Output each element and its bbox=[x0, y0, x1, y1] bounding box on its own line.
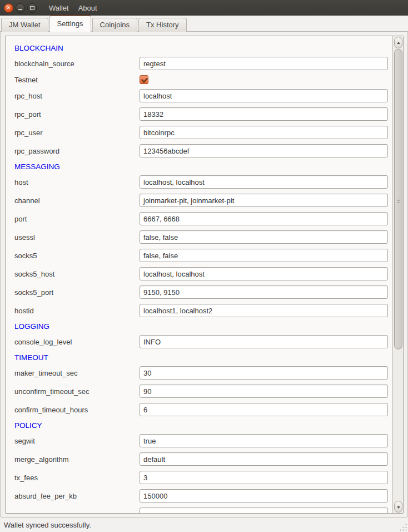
field-input-socks5_port[interactable] bbox=[140, 285, 388, 299]
field-row: channel bbox=[14, 194, 388, 207]
field-input-maker_timeout_sec[interactable] bbox=[140, 366, 388, 380]
close-window-icon[interactable] bbox=[4, 3, 13, 13]
field-row: socks5_port bbox=[14, 285, 388, 299]
field-label: host bbox=[14, 178, 140, 186]
field-row: unconfirm_timeout_sec bbox=[14, 385, 388, 398]
field-label: segwit bbox=[14, 437, 140, 445]
field-input-rpc_user[interactable] bbox=[140, 126, 388, 139]
field-input-rpc_host[interactable] bbox=[140, 89, 388, 102]
field-row: port bbox=[14, 212, 388, 225]
field-label: rpc_password bbox=[14, 147, 140, 155]
minimize-window-icon[interactable] bbox=[16, 3, 25, 13]
field-label: blockchain_source bbox=[14, 60, 140, 68]
field-row: rpc_host bbox=[14, 89, 388, 102]
section-header-timeout: TIMEOUT bbox=[14, 353, 388, 362]
field-input-channel[interactable] bbox=[140, 194, 388, 207]
field-label: socks5 bbox=[14, 252, 140, 260]
field-row bbox=[14, 508, 388, 513]
menu-about[interactable]: About bbox=[78, 4, 97, 12]
field-label: Testnet bbox=[14, 76, 140, 84]
status-message: Wallet synced successfully. bbox=[4, 521, 91, 529]
field-input-tx_fees[interactable] bbox=[140, 471, 388, 484]
settings-scroll-area: BLOCKCHAINblockchain_sourceTestnetrpc_ho… bbox=[5, 36, 404, 514]
field-label: socks5_host bbox=[14, 270, 140, 278]
field-input-rpc_port[interactable] bbox=[140, 107, 388, 121]
field-input-confirm_timeout_hours[interactable] bbox=[140, 403, 388, 416]
field-label: hostid bbox=[14, 307, 140, 315]
scroll-up-arrow-icon[interactable] bbox=[394, 37, 402, 48]
tab-jm-wallet[interactable]: JM Wallet bbox=[1, 18, 48, 32]
tab-tx-history[interactable]: Tx History bbox=[138, 18, 187, 32]
field-input-port[interactable] bbox=[140, 212, 388, 225]
field-label: rpc_user bbox=[14, 129, 140, 137]
menu-wallet[interactable]: Wallet bbox=[49, 4, 69, 12]
section-header-logging: LOGGING bbox=[14, 322, 388, 331]
field-row: confirm_timeout_hours bbox=[14, 403, 388, 416]
field-input-absurd_fee_per_kb[interactable] bbox=[140, 489, 388, 503]
field-row: maker_timeout_sec bbox=[14, 366, 388, 380]
settings-pane: BLOCKCHAINblockchain_sourceTestnetrpc_ho… bbox=[0, 32, 408, 518]
field-label: rpc_port bbox=[14, 110, 140, 119]
field-row: usessl bbox=[14, 230, 388, 244]
field-row: rpc_port bbox=[14, 107, 388, 121]
field-label: absurd_fee_per_kb bbox=[14, 492, 140, 500]
section-header-policy: POLICY bbox=[14, 421, 388, 430]
field-label: confirm_timeout_hours bbox=[14, 406, 140, 414]
resize-grip-icon[interactable] bbox=[399, 523, 407, 531]
section-header-messaging: MESSAGING bbox=[14, 162, 388, 171]
field-row: segwit bbox=[14, 434, 388, 447]
field-row: socks5_host bbox=[14, 267, 388, 280]
tab-bar: JM WalletSettingsCoinjoinsTx History bbox=[0, 16, 408, 32]
tab-settings[interactable]: Settings bbox=[49, 16, 91, 32]
tab-coinjoins[interactable]: Coinjoins bbox=[92, 18, 137, 32]
field-label: usessl bbox=[14, 233, 140, 242]
testnet-checkbox[interactable] bbox=[140, 75, 148, 84]
field-row: tx_fees bbox=[14, 471, 388, 484]
status-bar: Wallet synced successfully. bbox=[0, 518, 408, 532]
menubar: Wallet About bbox=[49, 4, 97, 12]
field-input-unconfirm_timeout_sec[interactable] bbox=[140, 385, 388, 398]
field-row: blockchain_source bbox=[14, 57, 388, 70]
field-row: rpc_password bbox=[14, 144, 388, 157]
scrollbar-thumb[interactable] bbox=[394, 49, 402, 349]
field-input-merge_algorithm[interactable] bbox=[140, 452, 388, 466]
field-label: rpc_host bbox=[14, 92, 140, 100]
field-input-socks5[interactable] bbox=[140, 249, 388, 262]
vertical-scrollbar[interactable] bbox=[392, 36, 403, 513]
app-window: Wallet About JM WalletSettingsCoinjoinsT… bbox=[0, 0, 408, 532]
field-input-socks5_host[interactable] bbox=[140, 267, 388, 280]
checkmark-icon bbox=[141, 76, 148, 82]
field-row: socks5 bbox=[14, 249, 388, 262]
field-input-console_log_level[interactable] bbox=[140, 335, 388, 348]
maximize-window-icon[interactable] bbox=[27, 3, 37, 13]
field-input-partial[interactable] bbox=[140, 508, 388, 513]
titlebar: Wallet About bbox=[0, 0, 408, 16]
field-row: absurd_fee_per_kb bbox=[14, 489, 388, 503]
field-input-blockchain_source[interactable] bbox=[140, 57, 388, 70]
field-row: merge_algorithm bbox=[14, 452, 388, 466]
field-label: console_log_level bbox=[14, 338, 140, 346]
field-row: hostid bbox=[14, 304, 388, 317]
field-label: unconfirm_timeout_sec bbox=[14, 387, 140, 396]
field-row: Testnet bbox=[14, 75, 388, 84]
field-label: tx_fees bbox=[14, 474, 140, 482]
field-input-hostid[interactable] bbox=[140, 304, 388, 317]
section-header-blockchain: BLOCKCHAIN bbox=[14, 44, 388, 53]
field-label: maker_timeout_sec bbox=[14, 369, 140, 377]
field-input-segwit[interactable] bbox=[140, 434, 388, 447]
field-row: rpc_user bbox=[14, 126, 388, 139]
field-label: merge_algorithm bbox=[14, 455, 140, 464]
field-input-usessl[interactable] bbox=[140, 230, 388, 244]
scrollbar-grip-icon bbox=[397, 199, 400, 199]
settings-form: BLOCKCHAINblockchain_sourceTestnetrpc_ho… bbox=[6, 36, 392, 513]
field-label: socks5_port bbox=[14, 288, 140, 297]
field-row: console_log_level bbox=[14, 335, 388, 348]
field-input-host[interactable] bbox=[140, 175, 388, 189]
field-label: port bbox=[14, 215, 140, 223]
field-label: channel bbox=[14, 196, 140, 205]
field-input-rpc_password[interactable] bbox=[140, 144, 388, 157]
field-row: host bbox=[14, 175, 388, 189]
scroll-down-arrow-icon[interactable] bbox=[394, 501, 402, 513]
